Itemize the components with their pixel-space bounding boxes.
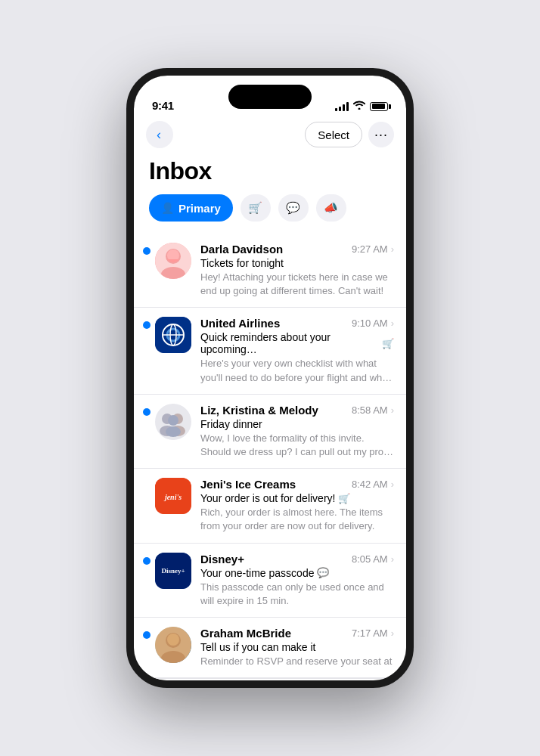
nav-actions: Select ··· bbox=[305, 122, 394, 147]
email-time-wrapper: 8:05 AM › bbox=[352, 553, 394, 565]
avatar: Disney+ bbox=[155, 553, 191, 589]
email-time: 8:42 AM bbox=[352, 479, 388, 490]
email-sender: Disney+ bbox=[200, 553, 346, 565]
email-time: 8:58 AM bbox=[352, 404, 388, 416]
status-icons bbox=[335, 101, 388, 112]
email-content: Liz, Kristina & Melody 8:58 AM › Friday … bbox=[200, 404, 394, 459]
email-time: 8:05 AM bbox=[352, 553, 388, 565]
chat-badge-icon: 💬 bbox=[317, 567, 329, 578]
tab-social[interactable]: 💬 bbox=[278, 194, 309, 222]
email-subject: Quick reminders about your upcoming… 🛒 bbox=[200, 331, 394, 355]
tab-updates[interactable]: 📣 bbox=[316, 194, 346, 222]
email-header: Disney+ 8:05 AM › bbox=[200, 553, 394, 565]
email-time-wrapper: 9:10 AM › bbox=[352, 318, 394, 329]
email-time: 9:10 AM bbox=[352, 318, 388, 329]
email-item[interactable]: Graham McBride 7:17 AM › Tell us if you … bbox=[134, 618, 406, 678]
email-sender: Darla Davidson bbox=[200, 243, 346, 256]
tab-primary[interactable]: 👤 Primary bbox=[149, 194, 233, 222]
wifi-icon bbox=[353, 101, 365, 112]
email-content: Graham McBride 7:17 AM › Tell us if you … bbox=[200, 627, 394, 668]
unread-indicator bbox=[143, 247, 151, 255]
email-item[interactable]: United Airlines 9:10 AM › Quick reminder… bbox=[134, 308, 406, 394]
tab-shopping[interactable]: 🛒 bbox=[241, 194, 271, 222]
select-button[interactable]: Select bbox=[305, 122, 362, 147]
email-header: Liz, Kristina & Melody 8:58 AM › bbox=[200, 404, 394, 417]
email-time-wrapper: 7:17 AM › bbox=[352, 627, 394, 639]
svg-point-23 bbox=[167, 634, 179, 646]
more-dots-icon: ··· bbox=[374, 128, 388, 141]
email-time: 7:17 AM bbox=[352, 627, 388, 639]
email-subject: Your order is out for delivery! 🛒 bbox=[200, 492, 394, 504]
email-content: Darla Davidson 9:27 AM › Tickets for ton… bbox=[200, 243, 394, 298]
chevron-right-icon: › bbox=[391, 627, 394, 639]
email-header: United Airlines 9:10 AM › bbox=[200, 317, 394, 330]
email-preview: Wow, I love the formality of this invite… bbox=[200, 432, 394, 459]
email-item[interactable]: Disney+ Disney+ 8:05 AM › Your one-time … bbox=[134, 544, 406, 618]
inbox-title: Inbox bbox=[134, 154, 406, 194]
avatar bbox=[155, 404, 191, 440]
email-sender: United Airlines bbox=[200, 317, 346, 330]
avatar bbox=[155, 317, 191, 353]
email-sender: Liz, Kristina & Melody bbox=[200, 404, 346, 417]
status-time: 9:41 bbox=[152, 99, 174, 112]
megaphone-icon: 📣 bbox=[324, 201, 338, 215]
more-button[interactable]: ··· bbox=[368, 122, 394, 147]
phone-frame: 9:41 bbox=[126, 68, 414, 688]
email-list: Darla Davidson 9:27 AM › Tickets for ton… bbox=[134, 234, 406, 678]
avatar bbox=[155, 627, 191, 663]
email-time-wrapper: 8:42 AM › bbox=[352, 479, 394, 490]
unread-indicator bbox=[143, 321, 151, 329]
person-icon: 👤 bbox=[161, 202, 174, 214]
email-time-wrapper: 9:27 AM › bbox=[352, 243, 394, 255]
chat-icon: 💬 bbox=[286, 201, 300, 215]
battery-icon bbox=[370, 102, 388, 111]
email-subject: Your one-time passcode 💬 bbox=[200, 567, 394, 579]
email-subject: Friday dinner bbox=[200, 418, 394, 430]
email-item[interactable]: jeni's Jeni's Ice Creams 8:42 AM › Your … bbox=[134, 469, 406, 543]
email-preview: Hey! Attaching your tickets here in case… bbox=[200, 271, 394, 298]
email-time: 9:27 AM bbox=[352, 243, 388, 255]
svg-point-12 bbox=[168, 415, 178, 426]
bottom-bar: Updated Just Now 12 Unread bbox=[134, 678, 406, 680]
back-button[interactable]: ‹ bbox=[146, 121, 173, 148]
unread-indicator bbox=[143, 557, 151, 565]
avatar: jeni's bbox=[155, 478, 191, 514]
email-header: Jeni's Ice Creams 8:42 AM › bbox=[200, 478, 394, 491]
nav-bar: ‹ Select ··· bbox=[134, 118, 406, 154]
signal-icon bbox=[335, 102, 349, 111]
email-preview: Reminder to RSVP and reserve your seat a… bbox=[200, 655, 394, 668]
chevron-right-icon: › bbox=[391, 243, 394, 255]
email-subject: Tell us if you can make it bbox=[200, 641, 394, 653]
shopping-badge-icon: 🛒 bbox=[382, 338, 394, 349]
chevron-right-icon: › bbox=[391, 553, 394, 565]
email-item[interactable]: Liz, Kristina & Melody 8:58 AM › Friday … bbox=[134, 395, 406, 469]
back-chevron-icon: ‹ bbox=[157, 127, 161, 143]
email-content: Jeni's Ice Creams 8:42 AM › Your order i… bbox=[200, 478, 394, 533]
filter-tabs: 👤 Primary 🛒 💬 📣 bbox=[134, 194, 406, 234]
email-preview: Here's your very own checklist with what… bbox=[200, 357, 394, 384]
email-time-wrapper: 8:58 AM › bbox=[352, 404, 394, 416]
svg-text:Disney+: Disney+ bbox=[161, 567, 185, 575]
email-sender: Jeni's Ice Creams bbox=[200, 478, 346, 491]
chevron-right-icon: › bbox=[391, 404, 394, 416]
email-content: United Airlines 9:10 AM › Quick reminder… bbox=[200, 317, 394, 384]
email-preview: This passcode can only be used once and … bbox=[200, 581, 394, 608]
phone-screen: 9:41 bbox=[134, 76, 406, 680]
email-subject: Tickets for tonight bbox=[200, 257, 394, 269]
chevron-right-icon: › bbox=[391, 479, 394, 490]
unread-indicator bbox=[143, 631, 151, 639]
svg-point-15 bbox=[166, 426, 181, 437]
email-sender: Graham McBride bbox=[200, 627, 346, 640]
email-header: Darla Davidson 9:27 AM › bbox=[200, 243, 394, 256]
shopping-icon: 🛒 bbox=[248, 201, 262, 215]
tab-primary-label: Primary bbox=[178, 202, 221, 215]
shopping-badge-icon: 🛒 bbox=[338, 493, 350, 504]
email-header: Graham McBride 7:17 AM › bbox=[200, 627, 394, 640]
email-item[interactable]: Darla Davidson 9:27 AM › Tickets for ton… bbox=[134, 234, 406, 308]
unread-indicator bbox=[143, 408, 151, 416]
dynamic-island bbox=[228, 85, 312, 109]
svg-text:jeni's: jeni's bbox=[163, 493, 182, 501]
chevron-right-icon: › bbox=[391, 318, 394, 329]
email-preview: Rich, your order is almost here. The ite… bbox=[200, 506, 394, 533]
email-content: Disney+ 8:05 AM › Your one-time passcode… bbox=[200, 553, 394, 608]
